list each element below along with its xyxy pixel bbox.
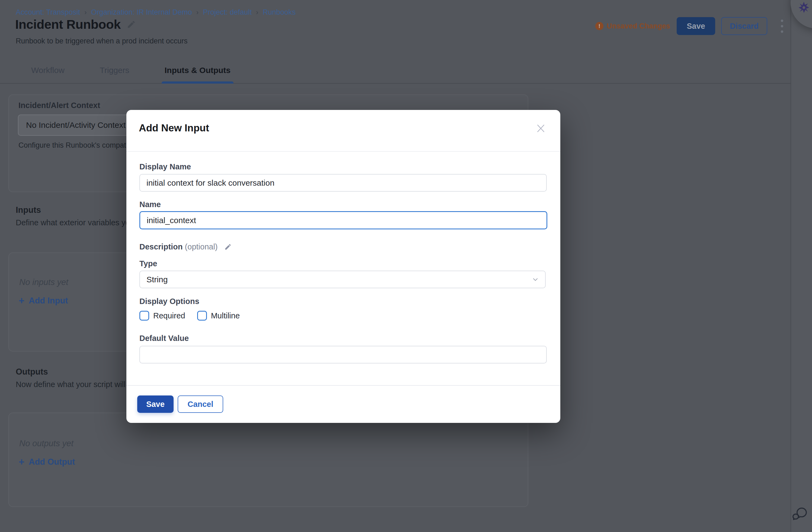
display-options-label: Display Options	[140, 297, 199, 306]
discard-button[interactable]: Discard	[721, 17, 767, 35]
type-select[interactable]: String	[140, 271, 546, 288]
alert-icon: !	[595, 22, 604, 30]
tab-triggers[interactable]: Triggers	[85, 57, 144, 83]
plus-icon: +	[19, 296, 25, 306]
breadcrumb-organization-link[interactable]: Organization: IR Internal Demo	[91, 8, 192, 16]
incident-context-helper: Configure this Runbook's compatibi	[18, 141, 133, 150]
breadcrumb: Account: Transposit › Organization: IR I…	[16, 8, 295, 16]
description-optional-label: (optional)	[185, 242, 218, 251]
multiline-checkbox-label: Multiline	[211, 311, 240, 320]
outputs-section-helper: Now define what your script will ma	[16, 380, 139, 389]
incident-context-label: Incident/Alert Context	[18, 101, 100, 110]
tab-bar: Workflow Triggers Inputs & Outputs	[0, 57, 791, 84]
add-output-button[interactable]: + Add Output	[19, 457, 75, 467]
screen: Account: Transposit › Organization: IR I…	[0, 0, 812, 532]
chevron-down-icon	[532, 276, 539, 283]
inputs-section-title: Inputs	[16, 205, 41, 215]
type-label: Type	[140, 259, 157, 268]
add-input-button[interactable]: + Add Input	[19, 296, 68, 306]
modal-header-divider	[126, 151, 560, 152]
close-icon[interactable]	[535, 123, 546, 134]
modal-cancel-button[interactable]: Cancel	[178, 395, 223, 413]
default-value-input[interactable]	[140, 346, 547, 363]
outputs-section-title: Outputs	[16, 367, 48, 377]
modal-footer-divider	[126, 385, 560, 386]
tab-inputs-outputs[interactable]: Inputs & Outputs	[150, 57, 245, 83]
unsaved-changes-label: Unsaved Changes	[607, 22, 670, 30]
display-options-group: Required Multiline	[140, 311, 240, 321]
no-inputs-label: No inputs yet	[19, 277, 68, 287]
description-label: Description (optional)	[140, 242, 232, 251]
breadcrumb-separator: ›	[197, 9, 199, 16]
default-value-label: Default Value	[140, 334, 189, 343]
inputs-section-helper: Define what exterior variables your	[16, 218, 137, 227]
save-button[interactable]: Save	[677, 17, 715, 35]
breadcrumb-separator: ›	[84, 9, 87, 16]
name-label: Name	[140, 200, 161, 209]
modal-title: Add New Input	[139, 122, 209, 134]
right-margin-strip	[791, 0, 812, 532]
flower-logo-icon	[797, 1, 811, 15]
add-output-label: Add Output	[29, 457, 75, 467]
type-select-value: String	[146, 275, 168, 284]
breadcrumb-runbooks-link[interactable]: Runbooks	[262, 8, 295, 16]
breadcrumb-project-link[interactable]: Project: default	[203, 8, 252, 16]
plus-icon: +	[19, 457, 25, 467]
kebab-menu-icon[interactable]	[779, 17, 785, 35]
tab-workflow[interactable]: Workflow	[16, 57, 79, 83]
multiline-checkbox[interactable]	[197, 311, 207, 321]
add-new-input-modal: Add New Input Display Name Name Descript…	[126, 110, 560, 423]
page-title: Incident Runbook	[15, 17, 121, 32]
display-name-input[interactable]	[140, 174, 547, 192]
required-checkbox-label: Required	[153, 311, 185, 320]
breadcrumb-account-link[interactable]: Account: Transposit	[16, 8, 80, 16]
display-name-label: Display Name	[140, 162, 191, 171]
edit-description-pencil-icon[interactable]	[224, 243, 232, 251]
chat-support-icon[interactable]	[791, 505, 808, 522]
unsaved-changes-status: ! Unsaved Changes	[595, 22, 670, 30]
modal-save-button[interactable]: Save	[137, 395, 174, 413]
header-actions: ! Unsaved Changes Save Discard	[595, 17, 785, 35]
no-outputs-label: No outputs yet	[19, 439, 73, 448]
breadcrumb-separator: ›	[256, 9, 258, 16]
outputs-card: No outputs yet + Add Output	[9, 412, 528, 507]
name-input[interactable]	[140, 211, 547, 229]
edit-title-pencil-icon[interactable]	[127, 20, 136, 29]
add-input-label: Add Input	[29, 296, 68, 306]
page-subtitle: Runbook to be triggered when a prod inci…	[16, 37, 187, 45]
required-checkbox[interactable]	[140, 311, 149, 321]
